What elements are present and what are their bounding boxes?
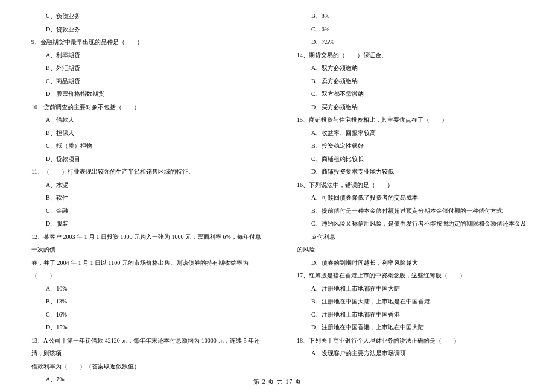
option-item: B、软件 <box>24 191 265 204</box>
question-12-line2: 券，并于 2004 年 1 月 1 日以 1100 元的市场价格出售。则该债券的… <box>24 256 265 282</box>
page-footer: 第 2 页 共 17 页 <box>0 378 555 386</box>
question-9: 9、金融期货中最早出现的品种是（ ） <box>24 36 265 49</box>
option-item: A、利率期货 <box>24 49 265 62</box>
option-item: D、注册地在中国香港，上市地在中国大陆 <box>290 321 531 334</box>
option-item: D、服装 <box>24 217 265 230</box>
option-item: D、买方必须缴纳 <box>290 101 531 114</box>
option-item: D、贷款业务 <box>24 23 265 36</box>
question-11: 11、（ ）行业表现出较强的生产半径和销售区域的特征。 <box>24 165 265 179</box>
option-item: C、16% <box>24 308 265 321</box>
option-item: D、商铺投资要求专业能力较低 <box>290 165 531 179</box>
option-item: B、卖方必须缴纳 <box>290 75 531 88</box>
option-item: A、收益率、回报率较高 <box>290 127 531 140</box>
option-item: C、双方都不需缴纳 <box>290 87 531 101</box>
option-item: D、债券的到期时间越长，利率风险越大 <box>290 256 531 270</box>
question-18: 18、下列关于商业银行个人理财业务的说法正确的是（ ） <box>290 334 531 347</box>
option-item: C、抵（质）押物 <box>24 139 265 153</box>
option-item: C、金融 <box>24 204 265 218</box>
question-16: 16、下列说法中，错误的是（ ） <box>290 179 531 192</box>
option-item: C、6% <box>290 23 531 36</box>
option-item: A、注册地和上市地都在中国大陆 <box>290 282 531 296</box>
option-item: A、10% <box>24 282 265 296</box>
option-item: A、水泥 <box>24 179 265 192</box>
question-10: 10、贷前调查的主要对象不包括（ ） <box>24 101 265 114</box>
option-item: B、外汇期货 <box>24 62 265 75</box>
question-16-continuation: 的风险 <box>290 243 531 256</box>
option-item: B、13% <box>24 295 265 308</box>
option-item: A、发现客户的主要方法是市场调研 <box>290 347 531 360</box>
question-15: 15、商铺投资与住宅投资相比，其主要优点在于（ ） <box>290 113 531 127</box>
option-item: D、15% <box>24 321 265 334</box>
question-13-line1: 13、A 公司于第一年初借款 42120 元，每年年末还本付息额均为 10000… <box>24 334 265 360</box>
option-item: C、违约风险又称信用风险，是债券发行者不能按照约定的期限和金额偿还本金及支付利息 <box>290 217 531 243</box>
option-item: D、贷款项目 <box>24 153 265 166</box>
option-item: D、股票价格指数期货 <box>24 87 265 101</box>
question-12-line1: 12、某客户 2003 年 1 月 1 日投资 1000 元购入一张为 1000… <box>24 230 265 256</box>
option-item: A、借款人 <box>24 113 265 127</box>
option-item: C、负债业务 <box>24 10 265 23</box>
option-item: C、注册地和上市地都在中国香港 <box>290 308 531 321</box>
option-item: D、7.5% <box>290 36 531 49</box>
option-item: A、双方必须缴纳 <box>290 62 531 75</box>
option-item: C、商品期货 <box>24 75 265 88</box>
question-17: 17、红筹股是指在香港上市的中资概念股，这些红筹股（ ） <box>290 269 531 282</box>
page-columns: C、负债业务 D、贷款业务 9、金融期货中最早出现的品种是（ ） A、利率期货 … <box>0 0 555 386</box>
option-item: B、投资稳定性很好 <box>290 139 531 153</box>
option-item: A、可赎回债券降低了投资者的交易成本 <box>290 191 531 204</box>
question-13-line2: 借款利率为（ ）（答案取近似数值） <box>24 360 265 373</box>
question-14: 14、期货交易的（ ）保证金。 <box>290 49 531 62</box>
option-item: B、注册地在中国大陆，上市地是在中国香港 <box>290 295 531 308</box>
option-item: B、担保人 <box>24 127 265 140</box>
option-item: B、8% <box>290 10 531 23</box>
right-column: B、8% C、6% D、7.5% 14、期货交易的（ ）保证金。 A、双方必须缴… <box>290 10 531 386</box>
option-item: C、商铺租约比较长 <box>290 153 531 166</box>
option-item: B、提前偿付是一种本金偿付额超过预定分期本金偿付额的一种偿付方式 <box>290 204 531 218</box>
left-column: C、负债业务 D、贷款业务 9、金融期货中最早出现的品种是（ ） A、利率期货 … <box>24 10 265 386</box>
